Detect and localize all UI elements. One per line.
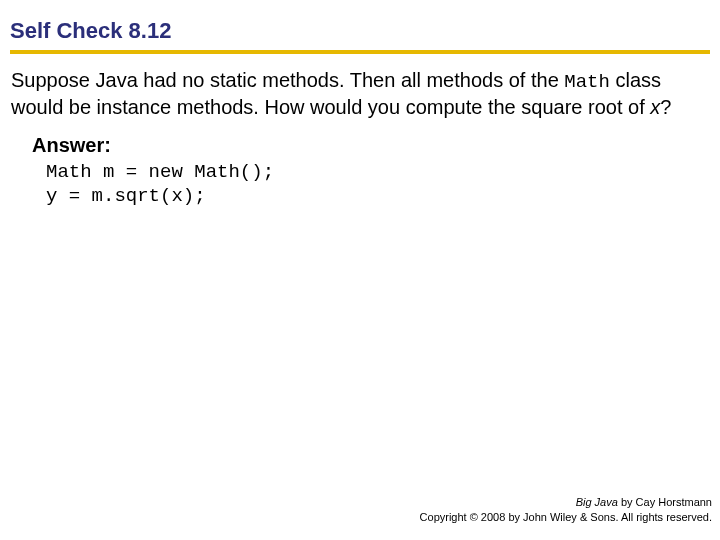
question-post: ? — [660, 96, 671, 118]
footer-book: Big Java — [576, 496, 618, 508]
question-pre: Suppose Java had no static methods. Then… — [11, 69, 564, 91]
answer-block: Answer: Math m = new Math(); y = m.sqrt(… — [10, 134, 710, 209]
answer-label: Answer: — [32, 134, 710, 157]
question-text: Suppose Java had no static methods. Then… — [10, 68, 710, 120]
title-underline — [10, 50, 710, 54]
answer-code: Math m = new Math(); y = m.sqrt(x); — [32, 161, 710, 209]
slide-title: Self Check 8.12 — [10, 18, 710, 48]
footer: Big Java by Cay Horstmann Copyright © 20… — [420, 495, 712, 524]
slide: Self Check 8.12 Suppose Java had no stat… — [0, 0, 720, 540]
footer-line-1: Big Java by Cay Horstmann — [420, 495, 712, 509]
footer-by: by Cay Horstmann — [618, 496, 712, 508]
footer-copyright: Copyright © 2008 by John Wiley & Sons. A… — [420, 510, 712, 524]
question-code: Math — [564, 71, 610, 93]
question-var: x — [650, 96, 660, 118]
